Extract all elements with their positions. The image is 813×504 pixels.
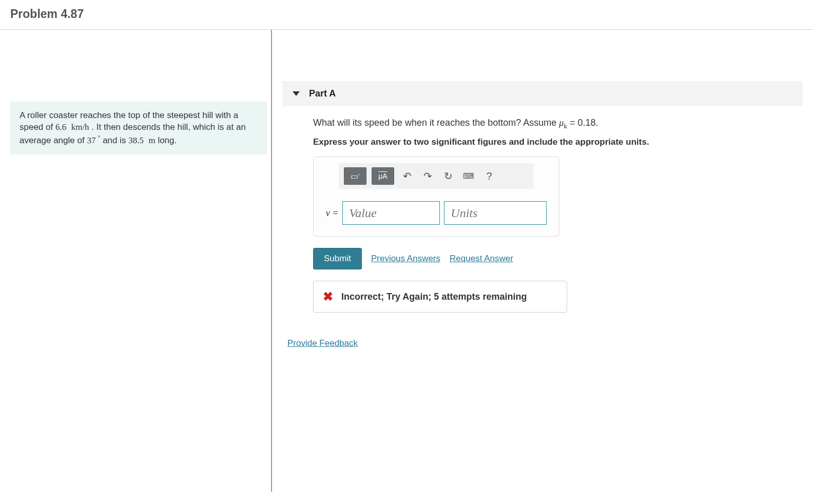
answer-box: ▭▫ μA ↶ ↷ ↻ ⌨ ? v = (313, 157, 559, 237)
question-area: What will its speed be when it reaches t… (282, 106, 803, 313)
template-tool-button[interactable]: ▭▫ (344, 167, 366, 185)
value-input[interactable] (342, 201, 440, 225)
submit-button[interactable]: Submit (313, 248, 362, 269)
problem-text-4: long. (156, 135, 177, 145)
provide-feedback-link[interactable]: Provide Feedback (287, 338, 358, 348)
mu-value: = 0.18. (567, 118, 598, 128)
previous-answers-link[interactable]: Previous Answers (371, 254, 440, 264)
keyboard-icon: ⌨ (463, 171, 474, 181)
question-before-mu: What will its speed be when it reaches t… (313, 118, 559, 128)
speed-unit: km/h (71, 122, 89, 132)
variable-label: v = (326, 208, 339, 219)
request-answer-link[interactable]: Request Answer (450, 254, 513, 264)
length-value: 38.5 (128, 135, 144, 145)
feedback-box: ✖ Incorrect; Try Again; 5 attempts remai… (313, 281, 567, 313)
reset-button[interactable]: ↻ (440, 167, 456, 185)
redo-icon: ↷ (423, 170, 432, 182)
keyboard-button[interactable]: ⌨ (461, 167, 476, 185)
main-container: A roller coaster reaches the top of the … (0, 30, 813, 492)
action-row: Submit Previous Answers Request Answer (313, 248, 782, 269)
undo-icon: ↶ (403, 170, 412, 182)
help-icon: ? (486, 170, 492, 182)
feedback-message: Incorrect; Try Again; 5 attempts remaini… (341, 292, 527, 302)
greek-label: μA (378, 172, 387, 180)
template-icon: ▭▫ (351, 171, 360, 181)
greek-tool-button[interactable]: μA (372, 167, 394, 185)
redo-button[interactable]: ↷ (420, 167, 435, 185)
speed-value: 6.6 (55, 122, 66, 132)
units-input[interactable] (444, 201, 547, 225)
provide-feedback-area: Provide Feedback (282, 338, 803, 348)
answer-input-row: v = (320, 198, 553, 230)
equation-toolbar: ▭▫ μA ↶ ↷ ↻ ⌨ ? (339, 163, 534, 189)
left-panel: A roller coaster reaches the top of the … (0, 30, 272, 492)
right-panel: Part A What will its speed be when it re… (272, 30, 813, 492)
part-header[interactable]: Part A (282, 81, 803, 106)
problem-text-3: and is (100, 135, 128, 145)
reset-icon: ↻ (444, 170, 453, 182)
problem-title: Problem 4.87 (10, 7, 803, 21)
length-unit: m (148, 135, 155, 145)
question-text: What will its speed be when it reaches t… (313, 117, 782, 131)
angle-value: 37 (87, 135, 95, 145)
help-button[interactable]: ? (481, 167, 497, 185)
problem-statement: A roller coaster reaches the top of the … (10, 102, 267, 154)
answer-instruction: Express your answer to two significant f… (313, 137, 782, 147)
incorrect-x-icon: ✖ (323, 289, 333, 304)
part-label: Part A (309, 88, 336, 99)
mu-symbol: μ (559, 118, 564, 128)
collapse-arrow-icon (293, 91, 300, 96)
undo-button[interactable]: ↶ (399, 167, 415, 185)
page-header: Problem 4.87 (0, 0, 813, 30)
